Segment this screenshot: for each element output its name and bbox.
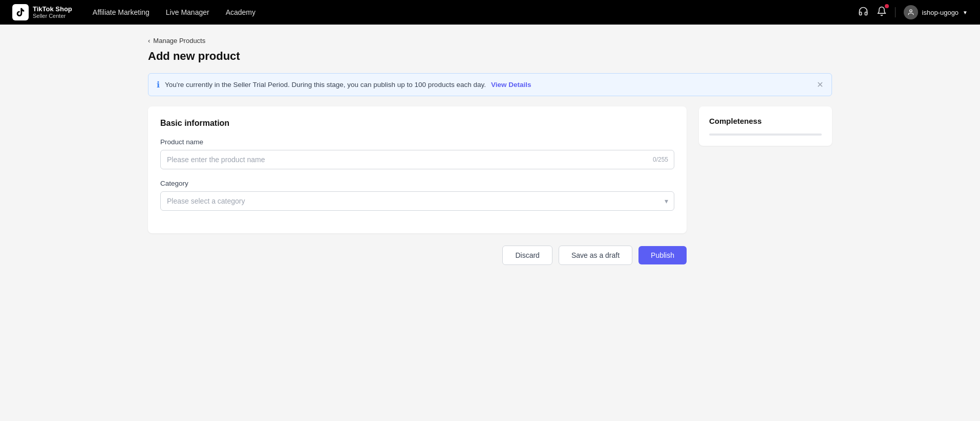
svg-point-0	[909, 10, 912, 12]
category-label: Category	[160, 180, 674, 187]
discard-button[interactable]: Discard	[502, 246, 552, 265]
product-name-label: Product name	[160, 138, 674, 146]
nav-live-manager[interactable]: Live Manager	[166, 8, 209, 16]
nav-affiliate-marketing[interactable]: Affiliate Marketing	[93, 8, 150, 16]
logo-text: TikTok Shop Seller Center	[33, 5, 72, 20]
page-layout: Basic information Product name 0/255 Cat…	[148, 106, 832, 265]
header-divider	[895, 7, 896, 17]
user-name: ishop-ugogo	[922, 9, 959, 16]
breadcrumb-back-link[interactable]: Manage Products	[153, 37, 205, 45]
alert-close-button[interactable]: ✕	[817, 81, 823, 89]
main-nav: Affiliate Marketing Live Manager Academy	[93, 8, 255, 16]
alert-view-details-link[interactable]: View Details	[491, 81, 531, 88]
header: TikTok Shop Seller Center Affiliate Mark…	[0, 0, 980, 25]
save-as-draft-button[interactable]: Save as a draft	[559, 246, 632, 265]
completeness-bar	[709, 134, 822, 136]
tiktok-logo-icon	[12, 4, 29, 20]
product-name-input-wrapper: 0/255	[160, 150, 674, 169]
alert-message: You're currently in the Seller Trial Per…	[165, 81, 486, 88]
headset-icon[interactable]	[858, 6, 868, 19]
category-field: Category Please select a category ▾	[160, 180, 674, 211]
main-content: ‹ Manage Products Add new product ℹ You'…	[132, 25, 848, 277]
alert-content: ℹ You're currently in the Seller Trial P…	[157, 80, 531, 90]
category-select[interactable]: Please select a category	[160, 191, 674, 211]
page-title: Add new product	[148, 50, 832, 63]
logo-area: TikTok Shop Seller Center	[12, 4, 72, 20]
product-name-counter: 0/255	[653, 156, 668, 163]
breadcrumb: ‹ Manage Products	[148, 37, 832, 45]
header-right: ishop-ugogo ▼	[858, 5, 968, 19]
publish-button[interactable]: Publish	[638, 246, 687, 264]
user-chevron-icon: ▼	[963, 10, 968, 15]
notification-badge	[885, 4, 889, 8]
form-panel: Basic information Product name 0/255 Cat…	[148, 106, 687, 265]
action-bar: Discard Save as a draft Publish	[148, 246, 687, 265]
basic-info-card: Basic information Product name 0/255 Cat…	[148, 106, 687, 233]
sidebar-panel: Completeness	[699, 106, 832, 146]
completeness-card: Completeness	[699, 106, 832, 146]
breadcrumb-back-arrow: ‹	[148, 37, 150, 45]
nav-academy[interactable]: Academy	[226, 8, 255, 16]
header-left: TikTok Shop Seller Center Affiliate Mark…	[12, 4, 255, 20]
alert-banner: ℹ You're currently in the Seller Trial P…	[148, 73, 832, 96]
basic-info-title: Basic information	[160, 119, 674, 128]
user-menu[interactable]: ishop-ugogo ▼	[904, 5, 968, 19]
completeness-title: Completeness	[709, 117, 822, 125]
category-select-wrapper: Please select a category ▾	[160, 191, 674, 211]
product-name-input[interactable]	[160, 150, 674, 169]
user-avatar	[904, 5, 918, 19]
product-name-field: Product name 0/255	[160, 138, 674, 169]
alert-info-icon: ℹ	[157, 80, 160, 90]
notification-icon[interactable]	[877, 6, 887, 19]
